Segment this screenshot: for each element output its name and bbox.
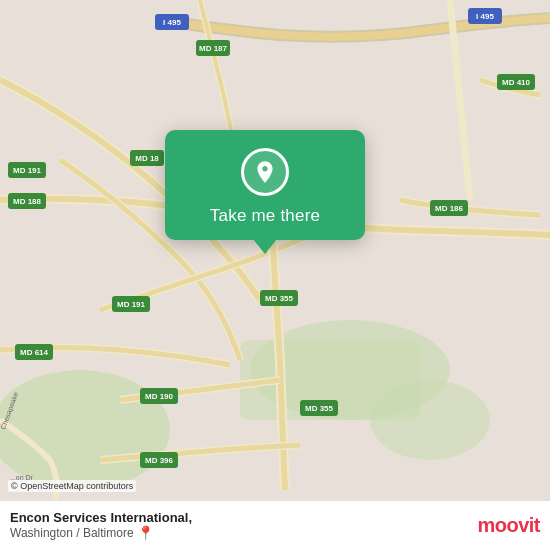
svg-text:I 495: I 495 [163,18,181,27]
svg-text:MD 191: MD 191 [117,300,146,309]
footer-left: Encon Services International, Washington… [10,510,192,541]
footer-bar: Encon Services International, Washington… [0,500,550,550]
moovit-pin-icon: 📍 [137,525,154,541]
svg-text:MD 355: MD 355 [305,404,334,413]
svg-text:MD 187: MD 187 [199,44,228,53]
svg-text:MD 186: MD 186 [435,204,464,213]
location-name: Encon Services International, [10,510,192,525]
svg-text:MD 410: MD 410 [502,78,531,87]
location-pin-icon [252,159,278,185]
location-region: Washington / Baltimore 📍 [10,525,192,541]
location-icon-circle [241,148,289,196]
osm-attribution: © OpenStreetMap contributors [8,480,136,492]
map-container: I 495 I 495 MD 187 MD 18 MD 188 MD 191 M… [0,0,550,500]
popup-card: Take me there [165,130,365,240]
take-me-there-button[interactable]: Take me there [210,206,320,226]
svg-text:MD 355: MD 355 [265,294,294,303]
footer-right: moovit [477,514,540,537]
svg-text:MD 396: MD 396 [145,456,174,465]
svg-text:MD 614: MD 614 [20,348,49,357]
svg-text:MD 18: MD 18 [135,154,159,163]
svg-text:MD 190: MD 190 [145,392,174,401]
svg-text:MD 191: MD 191 [13,166,42,175]
svg-text:MD 188: MD 188 [13,197,42,206]
moovit-logo: moovit [477,514,540,537]
svg-text:I 495: I 495 [476,12,494,21]
